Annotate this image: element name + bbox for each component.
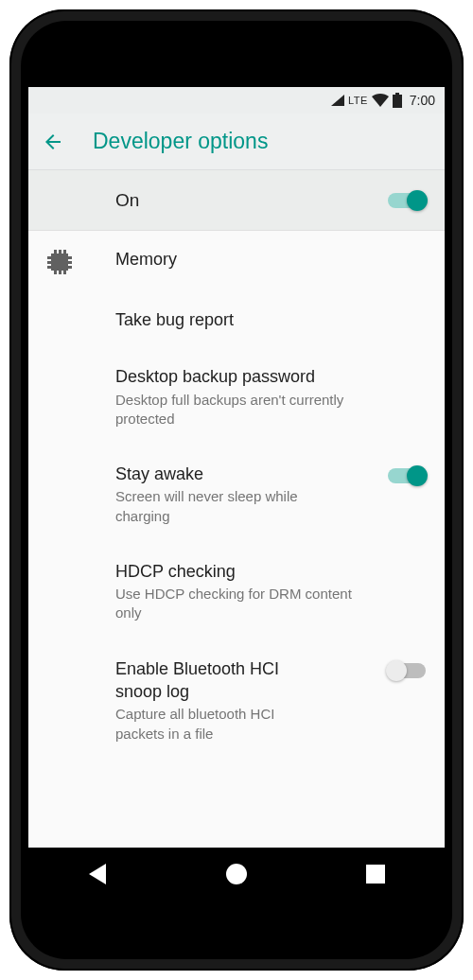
memory-chip-icon [47, 250, 72, 274]
svg-rect-1 [393, 95, 402, 108]
setting-title: Desktop backup password [115, 365, 356, 388]
network-type-label: LTE [348, 95, 368, 106]
switch-thumb [407, 465, 428, 486]
arrow-back-icon [42, 131, 64, 153]
signal-icon [331, 95, 344, 106]
triangle-back-icon [89, 864, 106, 884]
status-bar: LTE 7:00 [28, 87, 445, 114]
master-toggle-row[interactable]: On [28, 170, 445, 231]
clock-label: 7:00 [410, 93, 435, 108]
navigation-bar [28, 848, 445, 901]
setting-title: Enable Bluetooth HCI snoop log [115, 657, 324, 704]
wifi-icon [372, 94, 389, 107]
nav-home-button[interactable] [208, 855, 265, 893]
setting-row-backup-password[interactable]: Desktop backup password Desktop full bac… [28, 348, 445, 446]
switch-thumb [386, 660, 407, 681]
back-button[interactable] [40, 129, 66, 155]
setting-row-hdcp[interactable]: HDCP checking Use HDCP checking for DRM … [28, 543, 445, 640]
svg-rect-0 [395, 93, 399, 95]
setting-row-stay-awake[interactable]: Stay awake Screen will never sleep while… [28, 446, 445, 543]
setting-subtitle: Screen will never sleep while charging [115, 487, 356, 526]
circle-home-icon [226, 864, 247, 884]
bt-hci-switch[interactable] [388, 663, 426, 678]
switch-thumb [407, 190, 428, 211]
phone-frame: LTE 7:00 Developer options [9, 9, 464, 971]
page-title: Developer options [93, 129, 268, 154]
setting-row-bug-report[interactable]: Take bug report [28, 291, 445, 348]
nav-back-button[interactable] [69, 855, 126, 893]
setting-title: HDCP checking [115, 560, 356, 583]
phone-bezel: LTE 7:00 Developer options [21, 21, 452, 959]
setting-subtitle: Use HDCP checking for DRM content only [115, 585, 356, 623]
setting-row-memory[interactable]: Memory [28, 231, 445, 291]
battery-icon [393, 93, 402, 108]
setting-title: Stay awake [115, 463, 356, 485]
settings-list: Memory Take bug report Desktop b [28, 231, 445, 848]
nav-recents-button[interactable] [347, 855, 404, 893]
stay-awake-switch[interactable] [388, 468, 426, 483]
square-recents-icon [366, 865, 385, 884]
screen: LTE 7:00 Developer options [28, 87, 445, 901]
setting-title: Take bug report [115, 308, 356, 331]
setting-row-bt-hci[interactable]: Enable Bluetooth HCI snoop log Capture a… [28, 640, 445, 761]
setting-title: Memory [115, 248, 356, 271]
setting-subtitle: Capture all bluetooth HCI packets in a f… [115, 705, 324, 744]
app-bar: Developer options [28, 114, 445, 170]
master-toggle-label: On [115, 190, 388, 211]
master-toggle-switch[interactable] [388, 193, 426, 208]
setting-subtitle: Desktop full backups aren't currently pr… [115, 391, 356, 429]
